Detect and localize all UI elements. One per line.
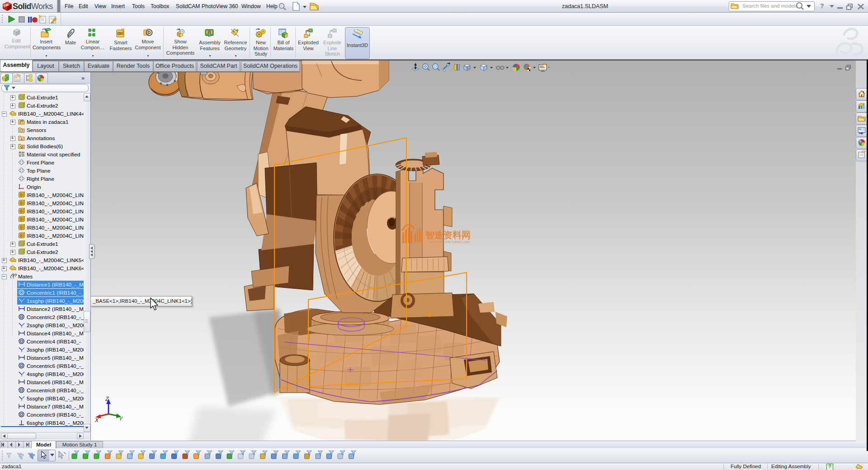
svg-text:Y: Y bbox=[119, 416, 123, 422]
svg-text:智造资料网: 智造资料网 bbox=[425, 230, 471, 240]
svg-text:A: A bbox=[21, 137, 23, 141]
svg-text:Z: Z bbox=[105, 396, 109, 402]
svg-text:WWW.SMNUFACTURING.DATA: WWW.SMNUFACTURING.DATA bbox=[429, 240, 470, 244]
svg-text:X: X bbox=[94, 417, 99, 423]
